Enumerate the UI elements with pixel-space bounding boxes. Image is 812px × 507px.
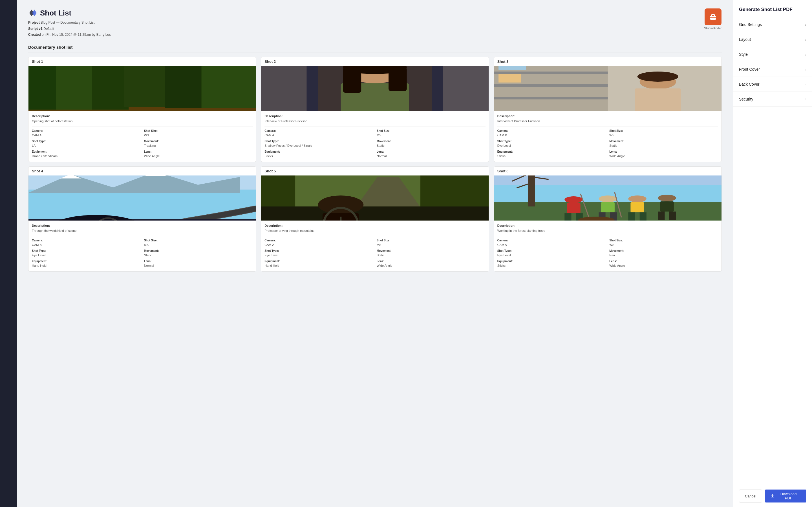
movement-label: Movement: — [144, 140, 253, 143]
panel-header: Generate Shot List PDF — [733, 0, 812, 17]
shot-type-label: Shot Type: — [497, 249, 606, 252]
details-grid-6: Camera: CAM A Shot Size: WS Shot Type: E… — [497, 239, 718, 268]
svg-rect-77 — [658, 212, 665, 220]
camera-label: Camera: — [32, 129, 141, 132]
sb-icon-box — [705, 8, 721, 25]
equipment-value: Hand Held — [32, 264, 47, 267]
script-value: Default — [43, 27, 54, 31]
shot-image-2 — [261, 66, 489, 111]
shot-body-4: Description: Through the windshield of s… — [29, 221, 256, 271]
svg-marker-40 — [145, 175, 166, 176]
shot-type-item: Shot Type: Eye Level — [497, 140, 606, 148]
details-grid-3: Camera: CAM B Shot Size: WS Shot Type: E… — [497, 129, 718, 158]
panel-item-label-style: Style — [739, 52, 748, 57]
lens-label: Lens: — [609, 260, 718, 263]
lens-item: Lens: Wide Angle — [609, 150, 718, 158]
svg-rect-8 — [165, 66, 206, 108]
shot-type-value: Shallow Focus / Eye Level / Single — [264, 144, 312, 147]
panel-item-label-front-cover: Front Cover — [739, 67, 760, 71]
panel-item-grid-settings[interactable]: Grid Settings › — [733, 17, 812, 32]
shot-type-label: Shot Type: — [32, 249, 141, 252]
equipment-label: Equipment: — [264, 260, 373, 263]
shot-size-value: WS — [609, 243, 614, 246]
svg-rect-7 — [124, 66, 169, 107]
svg-rect-72 — [630, 202, 644, 212]
equipment-value: Sticks — [497, 264, 506, 267]
description-label: Description: — [264, 224, 485, 227]
lens-item: Lens: Normal — [144, 260, 253, 268]
created-label: Created — [28, 33, 41, 37]
right-panel: Generate Shot List PDF Grid Settings › L… — [733, 0, 812, 507]
movement-item: Movement: Pan — [609, 249, 718, 258]
panel-item-style[interactable]: Style › — [733, 47, 812, 62]
shot-type-value: Eye Level — [32, 253, 45, 257]
camera-value: CAM B — [497, 133, 507, 137]
movement-label: Movement: — [377, 140, 486, 143]
shot-body-2: Description: Interview of Professor Eric… — [261, 111, 489, 162]
panel-item-back-cover[interactable]: Back Cover › — [733, 77, 812, 92]
equipment-item: Equipment: Drone / Steadicam — [32, 150, 141, 158]
description-text: Opening shot of deforestation — [32, 119, 72, 123]
camera-label: Camera: — [264, 239, 373, 242]
panel-item-front-cover[interactable]: Front Cover › — [733, 62, 812, 77]
download-icon — [770, 494, 774, 498]
shot-type-item: Shot Type: Eye Level — [264, 249, 373, 258]
panel-item-security[interactable]: Security › — [733, 92, 812, 107]
lens-label: Lens: — [377, 260, 486, 263]
panel-item-label-grid-settings: Grid Settings — [739, 22, 762, 27]
chevron-right-icon: › — [805, 97, 806, 101]
svg-rect-5 — [56, 66, 97, 110]
studiobinder-logo: StudioBinder — [704, 8, 722, 30]
equipment-label: Equipment: — [497, 150, 606, 153]
panel-item-layout[interactable]: Layout › — [733, 32, 812, 47]
details-grid-1: Camera: CAM A Shot Size: WS Shot Type: L… — [32, 129, 253, 158]
description-text: Through the windshield of scene — [32, 229, 77, 232]
shot-image-3 — [494, 66, 721, 111]
movement-value: Static — [377, 253, 385, 257]
lens-item: Lens: Normal — [377, 150, 486, 158]
equipment-label: Equipment: — [32, 260, 141, 263]
lens-value: Wide Angle — [377, 264, 393, 267]
svg-rect-74 — [640, 212, 646, 221]
download-pdf-button[interactable]: Download PDF — [765, 490, 806, 503]
shot-header-1: Shot 1 — [29, 57, 256, 66]
shot-size-label: Shot Size: — [144, 129, 253, 132]
shot-size-value: MS — [144, 243, 149, 246]
shot-size-label: Shot Size: — [377, 239, 486, 242]
description-text: Interview of Professor Erickson — [264, 119, 307, 123]
svg-point-63 — [564, 196, 583, 203]
description-label: Description: — [264, 114, 485, 118]
description-row-3: Description: Interview of Professor Eric… — [497, 114, 718, 126]
camera-label: Camera: — [497, 129, 606, 132]
lens-value: Normal — [377, 154, 387, 158]
movement-item: Movement: Static — [144, 249, 253, 258]
shot-type-item: Shot Type: LA — [32, 140, 141, 148]
lens-label: Lens: — [144, 260, 253, 263]
shot-size-value: WS — [144, 133, 149, 137]
svg-rect-21 — [443, 66, 489, 111]
details-grid-4: Camera: CAM B Shot Size: MS Shot Type: E… — [32, 239, 253, 268]
movement-item: Movement: Static — [609, 140, 718, 148]
svg-rect-65 — [564, 213, 571, 221]
camera-item: Camera: CAM A — [264, 239, 373, 247]
cancel-button[interactable]: Cancel — [739, 490, 762, 503]
description-text: Interview of Professor Erickson — [497, 119, 540, 123]
shot-size-value: WS — [609, 133, 614, 137]
panel-item-label-back-cover: Back Cover — [739, 82, 759, 87]
movement-item: Movement: Static — [377, 140, 486, 148]
movement-value: Static — [377, 144, 385, 147]
header-left: Shot List Project Blog Post — Documentar… — [28, 8, 111, 38]
shot-header-4: Shot 4 — [29, 167, 256, 175]
svg-point-49 — [318, 195, 363, 214]
description-row-4: Description: Through the windshield of s… — [32, 224, 253, 236]
lens-label: Lens: — [144, 150, 253, 153]
svg-rect-59 — [528, 175, 535, 207]
shot-type-value: Eye Level — [497, 144, 511, 147]
lens-label: Lens: — [609, 150, 718, 153]
lens-value: Wide Angle — [144, 154, 160, 158]
shot-size-value: MS — [377, 133, 382, 137]
camera-label: Camera: — [32, 239, 141, 242]
header: Shot List Project Blog Post — Documentar… — [28, 8, 722, 38]
svg-rect-26 — [494, 84, 608, 87]
camera-value: CAM B — [32, 243, 42, 246]
